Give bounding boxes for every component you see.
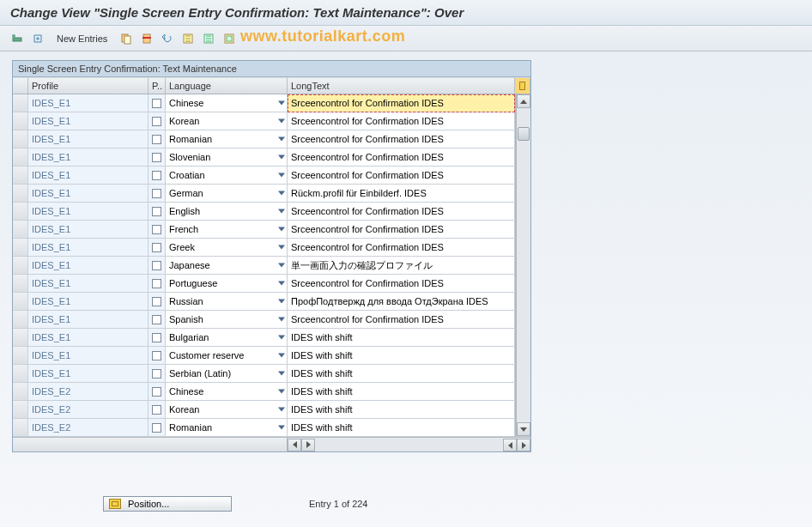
cell-profile[interactable]: IDES_E1 xyxy=(28,347,148,365)
cell-profile[interactable]: IDES_E2 xyxy=(28,419,148,437)
row-selector[interactable] xyxy=(13,275,28,293)
position-button[interactable]: Position... xyxy=(103,496,232,512)
cell-language[interactable]: Portuguese xyxy=(166,275,288,293)
cell-language[interactable]: Spanish xyxy=(166,311,288,329)
dropdown-icon[interactable] xyxy=(278,408,285,412)
cell-longtext[interactable]: Srceencontrol for Confirmation IDES xyxy=(288,239,515,257)
col-language[interactable]: Language xyxy=(166,77,288,94)
dropdown-icon[interactable] xyxy=(278,282,285,286)
cell-longtext[interactable]: Srceencontrol for Confirmation IDES xyxy=(288,311,515,329)
dropdown-icon[interactable] xyxy=(278,155,285,160)
cell-p-checkbox[interactable] xyxy=(148,167,166,185)
cell-profile[interactable]: IDES_E1 xyxy=(28,112,148,130)
scroll-right-icon[interactable] xyxy=(301,439,315,451)
cell-profile[interactable]: IDES_E2 xyxy=(28,383,148,401)
scroll-down-icon[interactable] xyxy=(517,422,530,436)
cell-p-checkbox[interactable] xyxy=(148,94,166,112)
cell-profile[interactable]: IDES_E1 xyxy=(28,185,148,203)
row-selector[interactable] xyxy=(13,239,28,257)
cell-language[interactable]: Korean xyxy=(166,112,288,130)
cell-language[interactable]: Chinese xyxy=(166,94,288,112)
cell-language[interactable]: Customer reserve xyxy=(166,347,288,365)
dropdown-icon[interactable] xyxy=(278,318,285,322)
row-selector[interactable] xyxy=(13,293,28,311)
scroll-left2-icon[interactable] xyxy=(503,439,517,451)
cell-longtext[interactable]: Srceencontrol for Confirmation IDES xyxy=(288,148,515,167)
dropdown-icon[interactable] xyxy=(278,354,285,358)
cell-longtext[interactable]: IDES with shift xyxy=(288,401,515,419)
scroll-thumb[interactable] xyxy=(518,127,530,141)
cell-profile[interactable]: IDES_E2 xyxy=(28,401,148,419)
cell-profile[interactable]: IDES_E1 xyxy=(28,167,148,185)
row-selector[interactable] xyxy=(13,221,28,239)
row-selector[interactable] xyxy=(13,419,28,437)
row-selector[interactable] xyxy=(13,257,28,275)
delete-icon[interactable] xyxy=(138,30,155,47)
cell-language[interactable]: Russian xyxy=(166,293,288,311)
scroll-right2-icon[interactable] xyxy=(517,439,530,451)
cell-language[interactable]: Greek xyxy=(166,239,288,257)
cell-language[interactable]: Korean xyxy=(166,401,288,419)
row-selector[interactable] xyxy=(13,401,28,419)
cell-profile[interactable]: IDES_E1 xyxy=(28,257,148,275)
cell-profile[interactable]: IDES_E1 xyxy=(28,130,148,148)
cell-p-checkbox[interactable] xyxy=(148,185,166,203)
cell-longtext[interactable]: Srceencontrol for Confirmation IDES xyxy=(288,167,515,185)
cell-profile[interactable]: IDES_E1 xyxy=(28,148,148,167)
cell-longtext[interactable]: IDES with shift xyxy=(288,383,515,401)
cell-p-checkbox[interactable] xyxy=(148,401,166,419)
cell-p-checkbox[interactable] xyxy=(148,203,166,221)
dropdown-icon[interactable] xyxy=(278,336,285,340)
cell-longtext[interactable]: Srceencontrol for Confirmation IDES xyxy=(288,221,515,239)
print-icon[interactable] xyxy=(221,30,238,47)
col-profile[interactable]: Profile xyxy=(28,77,148,94)
cell-longtext[interactable]: Rückm.profil für Einbilderf. IDES xyxy=(288,185,515,203)
cell-p-checkbox[interactable] xyxy=(148,112,166,130)
cell-language[interactable]: German xyxy=(166,185,288,203)
row-selector[interactable] xyxy=(13,112,28,130)
cell-language[interactable]: Croatian xyxy=(166,167,288,185)
row-selector[interactable] xyxy=(13,167,28,185)
cell-p-checkbox[interactable] xyxy=(148,383,166,401)
cell-p-checkbox[interactable] xyxy=(148,419,166,437)
row-selector[interactable] xyxy=(13,311,28,329)
cell-longtext[interactable]: Srceencontrol for Confirmation IDES xyxy=(288,130,515,148)
row-selector[interactable] xyxy=(13,94,28,112)
cell-p-checkbox[interactable] xyxy=(148,148,166,167)
row-selector[interactable] xyxy=(13,365,28,383)
dropdown-icon[interactable] xyxy=(278,173,285,178)
horizontal-scrollbar[interactable] xyxy=(13,437,530,451)
dropdown-icon[interactable] xyxy=(278,137,285,142)
cell-longtext[interactable]: IDES with shift xyxy=(288,329,515,347)
cell-p-checkbox[interactable] xyxy=(148,130,166,148)
cell-profile[interactable]: IDES_E1 xyxy=(28,329,148,347)
cell-language[interactable]: Chinese xyxy=(166,383,288,401)
dropdown-icon[interactable] xyxy=(278,390,285,394)
col-longtext[interactable]: LongText xyxy=(288,77,515,94)
row-selector[interactable] xyxy=(13,329,28,347)
configure-columns-icon[interactable] xyxy=(515,77,530,94)
dropdown-icon[interactable] xyxy=(278,245,285,250)
row-selector[interactable] xyxy=(13,383,28,401)
dropdown-icon[interactable] xyxy=(278,300,285,304)
cell-language[interactable]: Japanese xyxy=(166,257,288,275)
select-all-icon[interactable] xyxy=(179,30,197,47)
cell-p-checkbox[interactable] xyxy=(148,329,166,347)
dropdown-icon[interactable] xyxy=(278,264,285,268)
row-selector[interactable] xyxy=(13,347,28,365)
scroll-left-icon[interactable] xyxy=(288,439,301,451)
row-selector[interactable] xyxy=(13,130,28,148)
toggle-display-icon[interactable] xyxy=(9,30,26,47)
cell-longtext[interactable]: Srceencontrol for Confirmation IDES xyxy=(288,94,515,112)
cell-profile[interactable]: IDES_E1 xyxy=(28,365,148,383)
col-p[interactable]: P.. xyxy=(148,77,166,94)
cell-language[interactable]: Slovenian xyxy=(166,148,288,167)
cell-profile[interactable]: IDES_E1 xyxy=(28,293,148,311)
dropdown-icon[interactable] xyxy=(278,119,285,124)
cell-p-checkbox[interactable] xyxy=(148,347,166,365)
cell-longtext[interactable]: Srceencontrol for Confirmation IDES xyxy=(288,275,515,293)
cell-language[interactable]: English xyxy=(166,203,288,221)
cell-p-checkbox[interactable] xyxy=(148,257,166,275)
cell-language[interactable]: Bulgarian xyxy=(166,329,288,347)
copy-icon[interactable] xyxy=(118,30,135,47)
